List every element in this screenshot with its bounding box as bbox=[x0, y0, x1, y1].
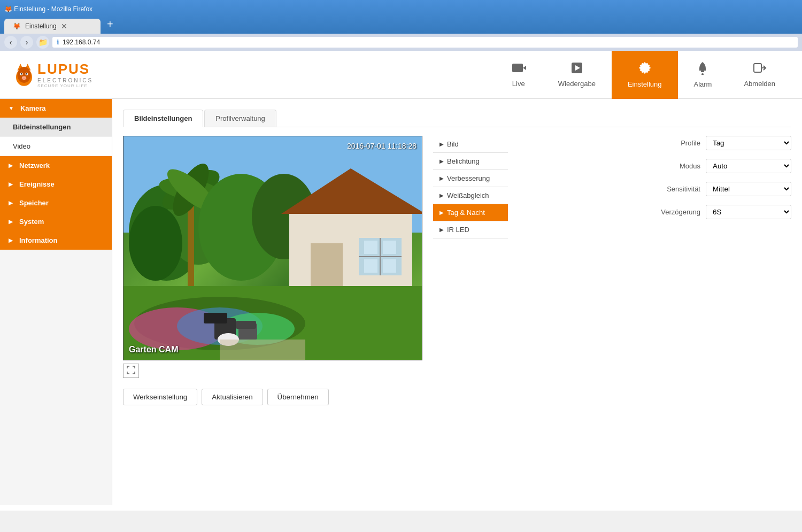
new-tab-button[interactable]: + bbox=[101, 15, 120, 34]
browser-title: Einstellung - Mozilla Firefox bbox=[14, 5, 92, 13]
verzoegerung-label: Verzögerung bbox=[658, 208, 700, 216]
nav-live-label: Live bbox=[512, 80, 525, 88]
svg-rect-30 bbox=[311, 243, 343, 286]
nav-einstellung[interactable]: Einstellung bbox=[612, 51, 678, 99]
settings-belichtung[interactable]: ▶ Belichtung bbox=[433, 153, 508, 170]
fullscreen-icon bbox=[127, 366, 135, 374]
nav-abmelden[interactable]: Abmelden bbox=[728, 51, 791, 99]
profile-row: Profile Tag Nacht Auto bbox=[529, 136, 791, 150]
info-icon: ℹ bbox=[57, 38, 59, 46]
logo-sub: ELECTRONICS bbox=[37, 78, 93, 83]
tab-label: Einstellung bbox=[25, 22, 57, 30]
svg-point-6 bbox=[21, 73, 22, 75]
url-bar[interactable]: ℹ 192.168.0.74 bbox=[52, 37, 798, 48]
sidebar-item-speicher[interactable]: ▶ Speicher bbox=[0, 194, 112, 212]
sidebar-ereignisse-label: Ereignisse bbox=[19, 180, 55, 188]
logo-area: LUPUS ELECTRONICS SECURE YOUR LIFE bbox=[11, 61, 93, 88]
sensitivitaet-label: Sensitivität bbox=[658, 185, 700, 193]
svg-point-3 bbox=[18, 67, 31, 83]
live-icon bbox=[511, 61, 526, 78]
camera-scene-svg bbox=[124, 136, 422, 360]
sidebar-kamera-label: Kamera bbox=[20, 104, 46, 112]
settings-bild-label: Bild bbox=[447, 140, 459, 148]
tab-close-button[interactable]: ✕ bbox=[61, 22, 67, 30]
settings-ir-led-label: IR LED bbox=[447, 226, 469, 234]
camera-timestamp: 2016-07-01 11:18:28 bbox=[347, 142, 417, 150]
modus-label: Modus bbox=[658, 162, 700, 170]
svg-point-8 bbox=[22, 76, 26, 79]
netzwerk-arrow-icon: ▶ bbox=[9, 163, 13, 168]
main-tabs: Bildeinstellungen Profilverwaltung bbox=[123, 110, 791, 127]
bottom-buttons: Werkseinstellung Aktualisieren Übernehme… bbox=[123, 389, 422, 405]
main-content: Bildeinstellungen Profilverwaltung bbox=[112, 99, 802, 505]
aktualisieren-button[interactable]: Aktualisieren bbox=[202, 389, 263, 405]
svg-marker-10 bbox=[523, 66, 526, 70]
app-container: LUPUS ELECTRONICS SECURE YOUR LIFE Live … bbox=[0, 51, 802, 511]
nav-items: Live Wiedergabe Einstellung Alarm bbox=[495, 51, 791, 99]
image-settings-panel: ▶ Bild ▶ Belichtung ▶ Verbesserung ▶ Wei… bbox=[433, 136, 508, 405]
nav-wiedergabe[interactable]: Wiedergabe bbox=[542, 51, 612, 99]
profile-select[interactable]: Tag Nacht Auto bbox=[706, 136, 791, 150]
kamera-arrow-icon: ▼ bbox=[9, 105, 14, 111]
svg-rect-34 bbox=[364, 241, 377, 254]
play-icon bbox=[570, 61, 583, 78]
back-button[interactable]: ‹ bbox=[4, 36, 17, 49]
settings-ir-led[interactable]: ▶ IR LED bbox=[433, 221, 508, 238]
sidebar-item-ereignisse[interactable]: ▶ Ereignisse bbox=[0, 175, 112, 194]
folder-button[interactable]: 📁 bbox=[36, 36, 49, 49]
camera-label: Garten CAM bbox=[129, 345, 178, 354]
settings-tag-nacht[interactable]: ▶ Tag & Nacht bbox=[433, 204, 508, 221]
svg-point-7 bbox=[26, 73, 28, 75]
tag-nacht-arrow-icon: ▶ bbox=[439, 210, 444, 215]
ereignisse-arrow-icon: ▶ bbox=[9, 181, 13, 187]
modus-select[interactable]: Auto Farbe Schwarz/Weiß bbox=[706, 159, 791, 173]
browser-chrome: 🦊 Einstellung - Mozilla Firefox 🦊 Einste… bbox=[0, 0, 802, 51]
werkseinstellung-button[interactable]: Werkseinstellung bbox=[123, 389, 197, 405]
sensitivitaet-select[interactable]: Niedrig Mittel Hoch bbox=[706, 182, 791, 196]
system-arrow-icon: ▶ bbox=[9, 219, 13, 225]
logout-icon bbox=[753, 61, 767, 78]
settings-tag-nacht-label: Tag & Nacht bbox=[447, 209, 485, 217]
fullscreen-button[interactable] bbox=[123, 364, 139, 378]
svg-rect-37 bbox=[383, 259, 396, 273]
settings-weissabgleich[interactable]: ▶ Weißabgleich bbox=[433, 187, 508, 204]
sidebar: ▼ Kamera Bildeinstellungen Video ▶ Netzw… bbox=[0, 99, 112, 505]
profile-panel: Profile Tag Nacht Auto Modus Auto Farbe … bbox=[519, 136, 791, 405]
settings-verbesserung[interactable]: ▶ Verbesserung bbox=[433, 170, 508, 187]
svg-rect-14 bbox=[701, 71, 704, 72]
speicher-arrow-icon: ▶ bbox=[9, 200, 13, 206]
sidebar-item-bildeinstellungen[interactable]: Bildeinstellungen bbox=[0, 118, 112, 137]
settings-weissabgleich-label: Weißabgleich bbox=[447, 191, 489, 199]
svg-rect-44 bbox=[204, 313, 227, 323]
svg-rect-46 bbox=[236, 321, 256, 329]
sidebar-item-video[interactable]: Video bbox=[0, 137, 112, 156]
browser-tab-active[interactable]: 🦊 Einstellung ✕ bbox=[4, 19, 101, 34]
sidebar-netzwerk-label: Netzwerk bbox=[19, 161, 50, 169]
browser-favicon: 🦊 bbox=[4, 5, 12, 13]
sidebar-bildeinstellungen-label: Bildeinstellungen bbox=[13, 123, 71, 131]
tab-profilverwaltung[interactable]: Profilverwaltung bbox=[204, 110, 276, 127]
modus-row: Modus Auto Farbe Schwarz/Weiß bbox=[529, 159, 791, 173]
tab-bildeinstellungen[interactable]: Bildeinstellungen bbox=[123, 110, 203, 127]
settings-bild[interactable]: ▶ Bild bbox=[433, 136, 508, 153]
nav-live[interactable]: Live bbox=[495, 51, 542, 99]
svg-rect-48 bbox=[220, 340, 305, 360]
camera-image: 2016-07-01 11:18:28 Garten CAM bbox=[123, 136, 422, 360]
sidebar-item-kamera[interactable]: ▼ Kamera bbox=[0, 99, 112, 118]
settings-icon bbox=[638, 61, 652, 78]
uebernehmen-button[interactable]: Übernehmen bbox=[267, 389, 329, 405]
svg-rect-9 bbox=[512, 64, 523, 72]
nav-einstellung-label: Einstellung bbox=[628, 80, 662, 88]
verzoegerung-select[interactable]: 2S 4S 6S 8S 10S bbox=[706, 205, 791, 219]
logo-tagline: SECURE YOUR LIFE bbox=[37, 83, 93, 88]
sidebar-speicher-label: Speicher bbox=[19, 199, 49, 207]
alarm-icon bbox=[696, 61, 709, 78]
forward-button[interactable]: › bbox=[20, 36, 33, 49]
sidebar-item-information[interactable]: ▶ Information bbox=[0, 231, 112, 250]
sidebar-item-system[interactable]: ▶ System bbox=[0, 212, 112, 231]
bild-arrow-icon: ▶ bbox=[439, 141, 444, 147]
nav-alarm[interactable]: Alarm bbox=[678, 51, 728, 99]
information-arrow-icon: ▶ bbox=[9, 237, 13, 243]
sidebar-item-netzwerk[interactable]: ▶ Netzwerk bbox=[0, 156, 112, 175]
wolf-logo-icon bbox=[11, 61, 37, 88]
